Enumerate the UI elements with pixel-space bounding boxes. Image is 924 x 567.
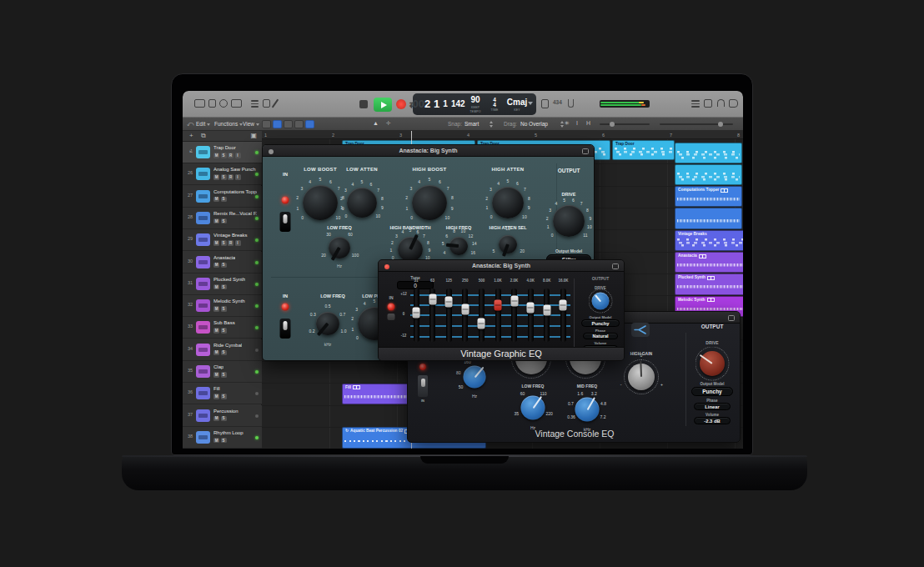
band-slider-8.0K[interactable] — [543, 304, 550, 315]
quick-help-icon[interactable] — [219, 99, 228, 108]
track-badge-i[interactable]: I — [235, 240, 241, 246]
knob-high-atten[interactable] — [492, 187, 524, 218]
tube-eq-titlebar[interactable]: Anastacia: Big Synth — [263, 145, 594, 157]
h-zoom-slider[interactable] — [600, 123, 650, 125]
in-switch[interactable] — [280, 319, 291, 339]
knob-high-atten-sel[interactable] — [499, 235, 517, 253]
snap-value[interactable]: Smart — [465, 121, 479, 127]
vintage-graphic-eq-window[interactable]: Anastacia: Big Synth Tune0IN+120-1231631… — [378, 259, 625, 361]
band-slider-31[interactable] — [413, 308, 420, 319]
output-model-value[interactable]: Punchy — [691, 387, 733, 396]
piano-roll-button[interactable] — [273, 120, 282, 128]
link-icon[interactable] — [582, 148, 589, 154]
track-row[interactable]: 1Trap DoorMSRI› — [183, 142, 262, 163]
add-track-button[interactable]: + — [189, 132, 193, 139]
track-badge-m[interactable]: M — [213, 438, 219, 444]
band-slider-125[interactable] — [445, 297, 453, 308]
note-pads-icon[interactable] — [541, 99, 549, 108]
track-row[interactable]: 30AnastaciaMS — [183, 252, 262, 273]
link-icon[interactable] — [612, 263, 619, 269]
apple-loops-icon[interactable] — [704, 99, 712, 108]
region-anastacia[interactable]: Anastacia — [675, 252, 743, 273]
region-computations-topper[interactable] — [675, 208, 742, 228]
track-badge-s[interactable]: S — [221, 394, 227, 399]
knob-low-freq[interactable] — [329, 237, 350, 258]
list-editors-icon[interactable] — [691, 98, 700, 109]
track-badge-r[interactable]: R — [228, 174, 234, 180]
band-slider-63[interactable] — [429, 294, 436, 305]
record-button[interactable] — [396, 99, 406, 109]
media-icon[interactable] — [729, 99, 738, 108]
track-badge-r[interactable]: R — [228, 153, 234, 158]
in-button[interactable] — [388, 304, 395, 311]
pointer-tool[interactable]: ▲ — [373, 120, 379, 126]
track-badge-s[interactable]: S — [221, 372, 227, 378]
mid-freq-knob[interactable] — [575, 398, 600, 422]
in-switch[interactable] — [418, 375, 428, 397]
split-routing-icon[interactable] — [631, 323, 650, 337]
band-track[interactable] — [495, 289, 501, 342]
track-row[interactable]: 29Vintage BreaksMSRI — [183, 229, 262, 251]
stop-button[interactable] — [359, 100, 368, 108]
track-row[interactable]: 34Ride CymbalMS — [183, 339, 262, 361]
band-slider-250[interactable] — [461, 304, 469, 315]
lcd-display[interactable]: 002 1 1 142 90 KEEP TEMPO 4 4 TIME — [413, 93, 536, 115]
drive-knob[interactable] — [553, 205, 585, 237]
low-freq-knob[interactable] — [521, 396, 545, 420]
track-badge-s[interactable]: S — [221, 306, 227, 312]
track-row[interactable]: 37PercussionMS — [183, 405, 262, 427]
track-badge-s[interactable]: S — [221, 263, 227, 268]
track-row[interactable]: 38Rhythm LoopMS — [183, 427, 262, 449]
band-slider-16.0K[interactable] — [560, 300, 567, 311]
track-badge-m[interactable]: M — [213, 394, 219, 399]
track-badge-m[interactable]: M — [213, 153, 219, 158]
track-badge-s[interactable]: S — [221, 197, 227, 203]
duplicate-track-button[interactable]: ⧉ — [201, 132, 206, 140]
inspector-icon[interactable] — [208, 99, 216, 108]
command-tool[interactable]: ✛ — [386, 120, 391, 127]
disclosure-arrow[interactable]: › — [189, 148, 191, 153]
knob-high-boost[interactable] — [412, 185, 447, 220]
back-icon[interactable]: ⤺ — [187, 120, 194, 128]
track-badge-s[interactable]: S — [221, 240, 227, 246]
region-vintage-breaks[interactable]: Vintage Breaks — [675, 230, 743, 251]
band-track[interactable] — [528, 289, 534, 342]
region-trap-door[interactable] — [675, 164, 742, 185]
band-track[interactable] — [560, 289, 566, 342]
track-badge-m[interactable]: M — [213, 218, 219, 224]
menu-edit[interactable]: Edit — [196, 121, 210, 127]
track-badge-s[interactable]: S — [221, 218, 227, 224]
knob-low-boost[interactable] — [303, 185, 338, 220]
phase-value[interactable]: Natural — [583, 333, 618, 339]
knob-high-bandwidth[interactable] — [398, 237, 423, 262]
pencil-icon[interactable] — [272, 99, 279, 108]
track-badge-m[interactable]: M — [213, 306, 219, 312]
region-trap-door[interactable]: Trap Door — [612, 140, 675, 160]
menu-view[interactable]: View — [243, 121, 259, 127]
menu-functions[interactable]: Functions — [214, 121, 243, 127]
track-badge-m[interactable]: M — [213, 350, 219, 356]
track-badge-m[interactable]: M — [213, 284, 219, 290]
track-badge-s[interactable]: S — [221, 153, 227, 158]
track-row[interactable]: 28Remix Re...Vocal FXMS — [183, 208, 262, 229]
band-track[interactable] — [479, 289, 485, 342]
browser-icon[interactable] — [717, 99, 725, 107]
track-row[interactable]: 26Analog Saw PunchMSRI — [183, 163, 262, 185]
track-badge-s[interactable]: S — [221, 284, 227, 290]
track-row[interactable]: 35ClapMS — [183, 361, 262, 383]
knob-low-atten[interactable] — [347, 188, 377, 218]
v-zoom-slider[interactable] — [660, 123, 733, 125]
track-badge-s[interactable]: S — [221, 350, 227, 356]
volume-value[interactable]: -2.3 dB — [694, 417, 731, 424]
vertical-zoom-icon[interactable]: I — [576, 120, 578, 126]
mixer-icon[interactable] — [263, 99, 270, 108]
track-badge-m[interactable]: M — [213, 328, 219, 334]
region-plucked-synth[interactable]: Plucked Synth — [675, 273, 743, 294]
track-row[interactable]: 33Sub BassMS — [183, 317, 262, 339]
track-badge-m[interactable]: M — [213, 197, 219, 203]
track-badge-i[interactable]: I — [235, 153, 241, 158]
flex-button[interactable] — [294, 120, 304, 128]
waveform-zoom-icon[interactable]: ✳ — [565, 120, 570, 127]
graphic-eq-titlebar[interactable]: Anastacia: Big Synth — [379, 260, 624, 272]
autozoom-button[interactable] — [305, 120, 314, 128]
